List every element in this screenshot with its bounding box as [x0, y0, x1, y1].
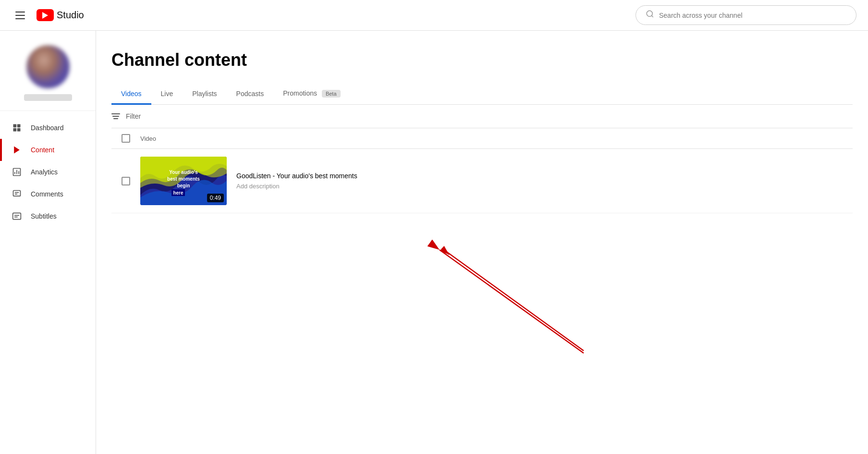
sidebar-item-content[interactable]: Content: [0, 139, 96, 161]
header-left: Studio: [12, 8, 84, 23]
video-header-label: Video: [140, 135, 156, 142]
studio-label: Studio: [57, 10, 84, 21]
svg-line-24: [442, 248, 449, 255]
search-input[interactable]: [659, 12, 846, 19]
sidebar-item-subtitles[interactable]: Subtitles: [0, 205, 96, 227]
svg-line-1: [651, 15, 653, 17]
svg-rect-14: [13, 213, 21, 219]
filter-row[interactable]: Filter: [111, 105, 853, 128]
video-title: GoodListen - Your audio's best moments: [236, 172, 853, 180]
comments-label: Comments: [31, 190, 63, 198]
svg-rect-5: [17, 128, 21, 132]
tab-podcasts[interactable]: Podcasts: [227, 84, 274, 105]
svg-rect-3: [17, 124, 21, 128]
channel-name: [24, 94, 72, 101]
dashboard-label: Dashboard: [31, 124, 64, 132]
video-column-header: Video: [140, 134, 853, 143]
sidebar-item-analytics[interactable]: Analytics: [0, 161, 96, 183]
comments-icon: [12, 189, 22, 199]
video-description: Add description: [236, 183, 853, 190]
svg-text:best moments: best moments: [167, 176, 200, 182]
sidebar-item-dashboard[interactable]: Dashboard: [0, 117, 96, 139]
svg-text:Your audio's: Your audio's: [169, 170, 198, 175]
svg-point-0: [647, 11, 652, 16]
row-checkbox-col: [111, 177, 140, 185]
promotions-label: Promotions: [283, 89, 317, 97]
content-label: Content: [31, 146, 54, 154]
subtitles-icon: [12, 211, 22, 221]
table-row: Your audio's best moments begin here 0:4…: [111, 149, 853, 213]
filter-text: Filter: [126, 112, 141, 120]
layout: Dashboard Content Analytics: [0, 31, 868, 454]
select-all-checkbox[interactable]: [122, 134, 130, 143]
sidebar: Dashboard Content Analytics: [0, 31, 96, 454]
table-header: Video: [111, 128, 853, 149]
svg-rect-4: [13, 128, 17, 132]
video-thumbnail[interactable]: Your audio's best moments begin here 0:4…: [140, 157, 227, 205]
video-info: GoodListen - Your audio's best moments A…: [236, 172, 853, 190]
tab-playlists[interactable]: Playlists: [183, 84, 226, 105]
main-content: Channel content Videos Live Playlists Po…: [96, 31, 868, 454]
sidebar-profile: [0, 31, 96, 111]
youtube-icon: [37, 9, 54, 21]
logo[interactable]: Studio: [37, 9, 84, 21]
svg-text:here: here: [173, 190, 183, 196]
sidebar-item-comments[interactable]: Comments: [0, 183, 96, 205]
avatar: [26, 45, 70, 88]
svg-rect-2: [13, 124, 17, 128]
page-title: Channel content: [111, 50, 853, 70]
header-checkbox-col: [111, 134, 140, 143]
header: Studio: [0, 0, 868, 31]
row-checkbox[interactable]: [122, 177, 130, 185]
subtitles-label: Subtitles: [31, 212, 57, 220]
beta-badge: Beta: [322, 90, 341, 98]
svg-text:begin: begin: [177, 183, 190, 188]
dashboard-icon: [12, 123, 22, 133]
filter-icon[interactable]: [111, 113, 120, 119]
search-icon: [646, 10, 654, 21]
analytics-icon: [12, 167, 22, 177]
svg-rect-11: [13, 191, 21, 196]
analytics-label: Analytics: [31, 168, 58, 176]
svg-line-25: [442, 248, 584, 351]
tabs: Videos Live Playlists Podcasts Promotion…: [111, 84, 853, 105]
video-duration: 0:49: [207, 194, 224, 202]
search-bar[interactable]: [636, 5, 856, 25]
sidebar-nav: Dashboard Content Analytics: [0, 111, 96, 233]
svg-marker-6: [14, 147, 20, 154]
tab-promotions[interactable]: Promotions Beta: [273, 84, 350, 105]
hamburger-menu[interactable]: [12, 8, 29, 23]
tab-live[interactable]: Live: [151, 84, 183, 105]
tab-videos[interactable]: Videos: [111, 84, 151, 105]
content-icon: [12, 145, 22, 155]
svg-line-27: [440, 250, 584, 353]
